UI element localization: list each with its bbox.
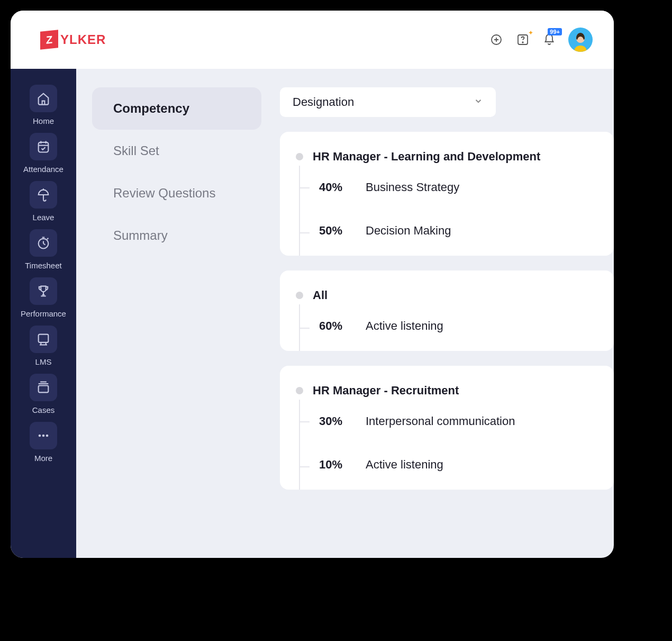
card-title: HR Manager - Learning and Development [313,150,540,164]
tab-competency[interactable]: Competency [92,87,261,130]
sidebar-item-more[interactable]: More [11,422,76,463]
briefcase-icon [30,374,57,401]
dropdown-label: Designation [293,95,354,109]
tab-list: Competency Skill Set Review Questions Su… [92,87,261,558]
logo-badge: Z [40,30,58,50]
tab-skill-set[interactable]: Skill Set [92,130,261,172]
app-window: Z YLKER ✦ 99+ [11,11,614,558]
card-header: HR Manager - Recruitment [296,384,595,398]
designation-dropdown[interactable]: Designation [280,87,496,117]
card-items: 60% Active listening [299,304,595,351]
competency-card: HR Manager - Recruitment 30% Interperson… [280,366,614,490]
sidebar-item-label: Attendance [23,165,63,174]
trophy-icon [30,277,57,305]
more-icon [30,422,57,449]
bullet-icon [296,387,303,394]
plus-circle-icon [490,33,503,46]
sidebar-item-lms[interactable]: LMS [11,326,76,366]
sidebar-item-home[interactable]: Home [11,85,76,125]
list-item: 30% Interpersonal communication [300,400,595,443]
item-percent: 50% [319,224,352,238]
content-column: Designation HR Manager - Learning and De… [280,87,614,558]
card-title: All [313,288,328,302]
notification-badge: 99+ [548,28,562,35]
sidebar-item-leave[interactable]: Leave [11,181,76,222]
card-items: 30% Interpersonal communication 10% Acti… [299,400,595,490]
competency-card: All 60% Active listening [280,270,614,351]
add-button[interactable] [489,32,504,47]
svg-point-28 [42,435,45,437]
body: Home Attendance Leave Timesheet Performa… [11,69,614,558]
sidebar-item-attendance[interactable]: Attendance [11,133,76,174]
card-header: All [296,288,595,302]
tab-summary[interactable]: Summary [92,214,261,257]
card-items: 40% Business Strategy 50% Decision Makin… [299,166,595,256]
item-percent: 60% [319,319,352,333]
svg-line-16 [47,238,48,239]
card-header: HR Manager - Learning and Development [296,150,595,164]
svg-point-29 [46,435,49,437]
card-title: HR Manager - Recruitment [313,384,459,398]
competency-card: HR Manager - Learning and Development 40… [280,132,614,256]
svg-rect-6 [39,142,49,152]
home-icon [30,85,57,112]
notifications-button[interactable]: 99+ [542,32,557,47]
sidebar-item-performance[interactable]: Performance [11,277,76,318]
sidebar-item-timesheet[interactable]: Timesheet [11,229,76,270]
item-label: Active listening [366,458,443,472]
item-label: Decision Making [366,224,451,238]
sidebar: Home Attendance Leave Timesheet Performa… [11,69,76,558]
sidebar-item-label: Timesheet [25,261,61,270]
bullet-icon [296,153,303,160]
item-percent: 40% [319,180,352,194]
chevron-down-icon [474,95,483,109]
list-item: 40% Business Strategy [300,166,595,209]
sidebar-item-cases[interactable]: Cases [11,374,76,414]
umbrella-icon [30,181,57,209]
bullet-icon [296,292,303,299]
svg-point-27 [39,435,41,437]
sidebar-item-label: Leave [33,213,55,222]
calendar-icon [30,133,57,160]
avatar[interactable] [568,28,593,52]
item-percent: 30% [319,414,352,428]
list-item: 60% Active listening [300,304,595,351]
sparkle-icon: ✦ [528,29,533,37]
svg-point-4 [522,42,523,43]
sidebar-item-label: Cases [32,405,55,414]
sidebar-item-label: LMS [35,357,52,366]
logo-text: YLKER [60,32,106,47]
svg-rect-24 [39,386,49,393]
svg-rect-20 [39,335,49,342]
header-actions: ✦ 99+ [489,28,593,52]
sidebar-item-label: Home [33,116,54,125]
sidebar-item-label: More [34,454,52,463]
avatar-icon [570,31,591,52]
item-label: Business Strategy [366,180,459,194]
help-button[interactable]: ✦ [515,32,530,47]
tab-review-questions[interactable]: Review Questions [92,172,261,214]
svg-line-14 [43,243,46,245]
item-percent: 10% [319,458,352,472]
item-label: Interpersonal communication [366,414,515,428]
item-label: Active listening [366,319,443,333]
presentation-icon [30,326,57,353]
list-item: 50% Decision Making [300,209,595,256]
logo: Z YLKER [40,31,106,49]
clock-icon [30,229,57,257]
main-content: Competency Skill Set Review Questions Su… [76,69,614,558]
list-item: 10% Active listening [300,443,595,490]
header: Z YLKER ✦ 99+ [11,11,614,69]
sidebar-item-label: Performance [21,309,66,318]
help-icon [516,33,529,46]
